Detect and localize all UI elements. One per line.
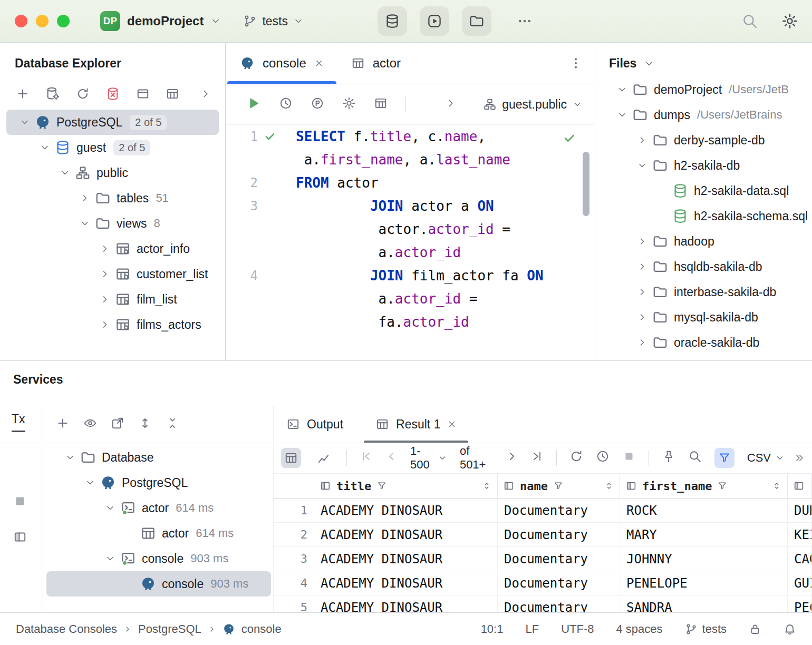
rail-square-button[interactable] <box>13 494 27 510</box>
export-format-selector[interactable]: CSV <box>747 451 805 465</box>
tree-item-oracle-sakila-db[interactable]: oracle-sakila-db <box>598 330 812 355</box>
sort-icon[interactable] <box>771 481 782 491</box>
chevron-right-icon[interactable] <box>632 254 652 279</box>
tree-item-tables[interactable]: tables51 <box>6 185 219 211</box>
previous-page-button[interactable] <box>385 450 398 466</box>
cell-name[interactable]: Documentary <box>498 595 620 613</box>
add-service-button[interactable] <box>56 416 70 432</box>
chevron-down-icon[interactable] <box>612 102 632 128</box>
query-history-button[interactable] <box>279 96 293 112</box>
cell-name[interactable]: Documentary <box>498 547 620 571</box>
sort-icon[interactable] <box>604 481 614 491</box>
result-row[interactable]: 1ACADEMY DINOSAURDocumentaryROCKDUK <box>274 499 812 523</box>
filter-icon[interactable] <box>717 481 728 491</box>
tab-output[interactable]: Output <box>274 406 363 443</box>
chevron-right-icon[interactable] <box>95 236 115 261</box>
search-everywhere-button[interactable] <box>741 13 758 32</box>
chevron-right-icon[interactable] <box>632 229 652 254</box>
cell-last-name[interactable]: PEC <box>788 595 812 613</box>
grid-view-button[interactable] <box>281 448 301 468</box>
cell-last-name[interactable]: DUK <box>788 499 812 522</box>
column-header-partial[interactable] <box>788 474 812 498</box>
indent-style[interactable]: 4 spaces <box>616 622 662 636</box>
tree-item-actor-info[interactable]: actor_info <box>6 236 219 261</box>
column-header-first-name[interactable]: first_name <box>620 474 788 498</box>
chevron-down-icon[interactable] <box>60 445 80 470</box>
code-line[interactable]: 1SELECT f.title, c.name, <box>226 125 594 148</box>
code-line[interactable]: 2FROM actor <box>226 171 594 194</box>
close-window-button[interactable] <box>15 15 27 27</box>
cell-name[interactable]: Documentary <box>498 571 620 595</box>
open-in-new-tab-button[interactable] <box>111 416 124 432</box>
chevron-down-icon[interactable] <box>55 160 75 185</box>
tree-item-public[interactable]: public <box>6 160 219 185</box>
close-icon[interactable] <box>447 419 457 429</box>
editor-scrollbar[interactable] <box>583 152 589 216</box>
tree-item-console[interactable]: console903 ms <box>46 571 271 597</box>
refresh-button[interactable] <box>76 87 90 103</box>
tab-result-1[interactable]: Result 1 <box>363 406 469 443</box>
code-line[interactable]: fa.actor_id <box>226 310 594 334</box>
more-actions-button[interactable] <box>517 13 533 29</box>
chevron-right-icon[interactable] <box>632 279 652 305</box>
vcs-branch-widget[interactable]: tests <box>243 14 304 28</box>
tree-item-h2-sakila-data-sql[interactable]: h2-sakila-data.sql <box>598 178 812 203</box>
tab-actor[interactable]: actor <box>337 43 422 84</box>
run-tool-button[interactable] <box>420 6 449 36</box>
breadcrumb-item[interactable]: Database Consoles <box>16 622 117 636</box>
cell-first-name[interactable]: PENELOPE <box>620 571 788 595</box>
first-page-button[interactable] <box>360 450 372 466</box>
tree-item-views[interactable]: views8 <box>6 211 219 236</box>
tree-item-demoproject[interactable]: demoProject/Users/JetB <box>598 77 812 102</box>
result-row[interactable]: 3ACADEMY DINOSAURDocumentaryJOHNNYCAG <box>274 547 812 571</box>
toolbar-overflow-button[interactable] <box>445 97 457 111</box>
tree-item-interbase-sakila-db[interactable]: interbase-sakila-db <box>598 279 812 305</box>
last-page-button[interactable] <box>531 450 544 466</box>
result-row[interactable]: 5ACADEMY DINOSAURDocumentarySANDRAPEC <box>274 595 812 613</box>
chevron-right-icon[interactable] <box>632 330 652 355</box>
chevron-down-icon[interactable] <box>612 77 632 102</box>
tree-item-mysql-sakila-db[interactable]: mysql-sakila-db <box>598 305 812 330</box>
breadcrumb-item[interactable]: PostgreSQL <box>138 622 201 636</box>
toolbar-overflow-button[interactable] <box>200 88 211 102</box>
cell-last-name[interactable]: GUI <box>788 571 812 595</box>
breadcrumb[interactable]: Database Consoles PostgreSQL console <box>16 622 282 636</box>
breadcrumb-item[interactable]: console <box>241 622 282 636</box>
zoom-window-button[interactable] <box>57 15 70 27</box>
stop-button[interactable] <box>622 449 636 466</box>
filter-button[interactable] <box>714 448 734 468</box>
chevron-right-icon[interactable] <box>632 305 652 330</box>
tree-item-customer-list[interactable]: customer_list <box>6 261 219 287</box>
vcs-branch[interactable]: tests <box>685 622 727 636</box>
cell-first-name[interactable]: MARY <box>620 523 788 546</box>
chevron-down-icon[interactable] <box>80 470 100 495</box>
double-chevron-right-icon[interactable] <box>794 453 805 463</box>
read-only-toggle[interactable] <box>749 623 761 636</box>
tab-console[interactable]: console <box>226 43 337 84</box>
chevron-right-icon[interactable] <box>95 261 115 287</box>
chevron-down-icon[interactable] <box>15 110 35 135</box>
notifications-button[interactable] <box>784 623 796 636</box>
rail-split-view-button[interactable] <box>13 530 27 546</box>
column-header-title[interactable]: title <box>314 474 498 498</box>
column-header-name[interactable]: name <box>498 474 620 498</box>
tree-item-hadoop[interactable]: hadoop <box>598 229 812 254</box>
cell-first-name[interactable]: SANDRA <box>620 595 788 613</box>
caret-position[interactable]: 10:1 <box>481 622 504 636</box>
minimize-window-button[interactable] <box>36 15 49 27</box>
chevron-down-icon[interactable] <box>100 546 120 571</box>
chevron-down-icon[interactable] <box>644 58 654 69</box>
cell-title[interactable]: ACADEMY DINOSAUR <box>314 523 498 546</box>
tree-item-derby-sample-db[interactable]: derby-sample-db <box>598 128 812 153</box>
row-number-header[interactable] <box>274 474 314 498</box>
cell-title[interactable]: ACADEMY DINOSAUR <box>314 595 498 613</box>
cell-first-name[interactable]: ROCK <box>620 499 788 522</box>
schema-switcher[interactable]: guest.public <box>483 97 583 112</box>
add-data-source-button[interactable] <box>16 87 30 103</box>
tree-item-film-list[interactable]: film_list <box>6 287 219 312</box>
explain-plan-button[interactable] <box>311 96 324 112</box>
disconnect-button[interactable] <box>105 86 120 103</box>
tree-item-h2-sakila-schema-sql[interactable]: h2-sakila-schema.sql <box>598 203 812 229</box>
project-folder-button[interactable] <box>462 6 491 36</box>
code-line[interactable]: a.first_name, a.last_name <box>226 148 594 171</box>
